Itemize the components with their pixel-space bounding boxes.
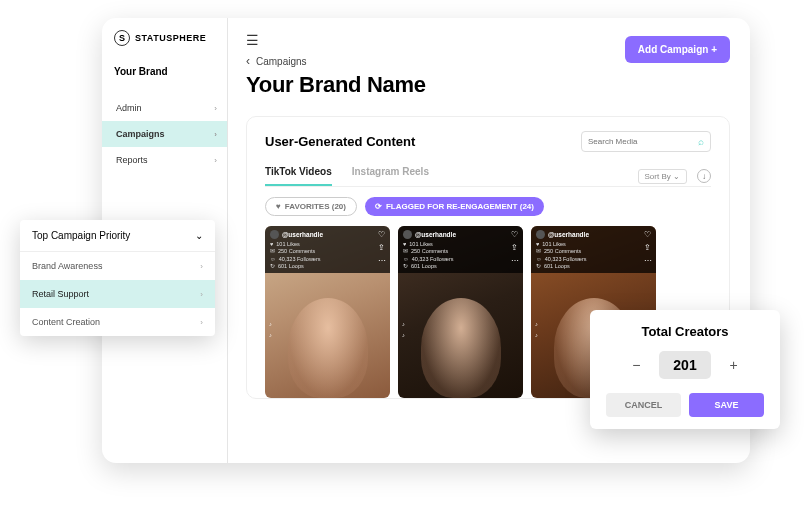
tab-tiktok-videos[interactable]: TikTok Videos (265, 166, 332, 186)
save-button[interactable]: SAVE (689, 393, 764, 417)
tabs-row: TikTok Videos Instagram Reels Sort By ⌄ … (265, 166, 711, 187)
stat-value: 40,323 Followers (412, 256, 454, 262)
heart-icon[interactable]: ♡ (378, 230, 386, 239)
back-icon[interactable]: ‹ (246, 54, 250, 68)
media-stat: ↻601 Loops (403, 263, 518, 269)
comment-icon: ✉ (270, 248, 275, 254)
cancel-button[interactable]: CANCEL (606, 393, 681, 417)
media-source: ♪ ♪ (402, 321, 405, 338)
loops-icon: ↻ (403, 263, 408, 269)
media-user: @userhandle (536, 230, 651, 239)
stat-value: 250 Comments (411, 248, 448, 254)
sort-label: Sort By (645, 172, 671, 181)
chip-label: FLAGGED FOR RE-ENGAGEMENT (24) (386, 202, 534, 211)
priority-dropdown[interactable]: Top Campaign Priority ⌄ Brand Awareness … (20, 220, 215, 336)
dropdown-item-content-creation[interactable]: Content Creation › (20, 308, 215, 336)
heart-icon: ♥ (403, 241, 406, 247)
breadcrumb-label: Campaigns (256, 56, 307, 67)
logo: S STATUSPHERE (114, 30, 227, 46)
creators-title: Total Creators (606, 324, 764, 339)
dropdown-item-retail-support[interactable]: Retail Support › (20, 280, 215, 308)
sidebar-item-admin[interactable]: Admin › (114, 95, 227, 121)
dropdown-item-label: Retail Support (32, 289, 89, 299)
chevron-down-icon: ⌄ (195, 230, 203, 241)
loops-icon: ↻ (270, 263, 275, 269)
followers-icon: ☺ (270, 256, 276, 262)
dropdown-header[interactable]: Top Campaign Priority ⌄ (20, 220, 215, 252)
share-icon[interactable]: ⇪ (644, 243, 652, 252)
logo-icon: S (114, 30, 130, 46)
tiktok-icon: ♪ (535, 321, 538, 327)
more-icon[interactable]: ⋯ (378, 256, 386, 265)
media-source: ♪ ♪ (535, 321, 538, 338)
stat-value: 101 Likes (542, 241, 566, 247)
media-stat: ♥101 Likes (270, 241, 385, 247)
dropdown-item-brand-awareness[interactable]: Brand Awareness › (20, 252, 215, 280)
chip-favorites[interactable]: ♥ FAVORITES (20) (265, 197, 357, 216)
download-icon[interactable]: ↓ (697, 169, 711, 183)
heart-icon: ♥ (276, 202, 281, 211)
media-stat: ♥101 Likes (403, 241, 518, 247)
heart-icon[interactable]: ♡ (644, 230, 652, 239)
search-input[interactable] (588, 137, 698, 146)
tiktok-icon: ♪ (402, 321, 405, 327)
sort-by-button[interactable]: Sort By ⌄ (638, 169, 687, 184)
total-creators-card: Total Creators − 201 + CANCEL SAVE (590, 310, 780, 429)
share-icon[interactable]: ⇪ (511, 243, 519, 252)
media-stat: ✉250 Comments (403, 248, 518, 254)
search-input-wrap[interactable]: ⌕ (581, 131, 711, 152)
chip-label: FAVORITES (20) (285, 202, 346, 211)
tiktok-icon: ♪ (535, 332, 538, 338)
tiktok-icon: ♪ (269, 332, 272, 338)
media-stat: ♥101 Likes (536, 241, 651, 247)
media-thumbnail (421, 298, 501, 398)
creators-actions: CANCEL SAVE (606, 393, 764, 417)
followers-icon: ☺ (536, 256, 542, 262)
sidebar-item-label: Reports (116, 155, 148, 165)
decrement-button[interactable]: − (627, 357, 645, 373)
media-thumbnail (288, 298, 368, 398)
search-icon[interactable]: ⌕ (698, 136, 704, 147)
media-card[interactable]: @userhandle ♥101 Likes ✉250 Comments ☺40… (265, 226, 390, 398)
creators-value[interactable]: 201 (659, 351, 710, 379)
media-overlay: @userhandle ♥101 Likes ✉250 Comments ☺40… (398, 226, 523, 273)
comment-icon: ✉ (403, 248, 408, 254)
avatar (270, 230, 279, 239)
more-icon[interactable]: ⋯ (511, 256, 519, 265)
add-campaign-button[interactable]: Add Campaign + (625, 36, 730, 63)
chevron-right-icon: › (214, 130, 217, 139)
sidebar-item-campaigns[interactable]: Campaigns › (102, 121, 227, 147)
increment-button[interactable]: + (725, 357, 743, 373)
brand-label: Your Brand (114, 66, 227, 77)
chevron-right-icon: › (214, 156, 217, 165)
stat-value: 250 Comments (544, 248, 581, 254)
stat-value: 601 Loops (411, 263, 437, 269)
heart-icon[interactable]: ♡ (511, 230, 519, 239)
panel-title: User-Generated Content (265, 134, 415, 149)
stat-value: 101 Likes (409, 241, 433, 247)
user-handle: @userhandle (282, 231, 323, 238)
share-icon[interactable]: ⇪ (378, 243, 386, 252)
media-card[interactable]: @userhandle ♥101 Likes ✉250 Comments ☺40… (398, 226, 523, 398)
more-icon[interactable]: ⋯ (644, 256, 652, 265)
media-overlay: @userhandle ♥101 Likes ✉250 Comments ☺40… (531, 226, 656, 273)
stat-value: 601 Loops (278, 263, 304, 269)
avatar (536, 230, 545, 239)
chevron-right-icon: › (200, 318, 203, 327)
media-actions: ♡ ⇪ ⋯ (378, 230, 386, 265)
media-overlay: @userhandle ♥101 Likes ✉250 Comments ☺40… (265, 226, 390, 273)
stat-value: 601 Loops (544, 263, 570, 269)
media-stat: ✉250 Comments (536, 248, 651, 254)
media-stat: ↻601 Loops (270, 263, 385, 269)
media-actions: ♡ ⇪ ⋯ (511, 230, 519, 265)
media-stat: ↻601 Loops (536, 263, 651, 269)
media-user: @userhandle (403, 230, 518, 239)
sidebar-item-reports[interactable]: Reports › (114, 147, 227, 173)
chevron-down-icon: ⌄ (673, 172, 680, 181)
chevron-right-icon: › (200, 262, 203, 271)
media-actions: ♡ ⇪ ⋯ (644, 230, 652, 265)
chip-flagged[interactable]: ⟳ FLAGGED FOR RE-ENGAGEMENT (24) (365, 197, 544, 216)
tab-instagram-reels[interactable]: Instagram Reels (352, 166, 429, 186)
refresh-icon: ⟳ (375, 202, 382, 211)
chevron-right-icon: › (200, 290, 203, 299)
